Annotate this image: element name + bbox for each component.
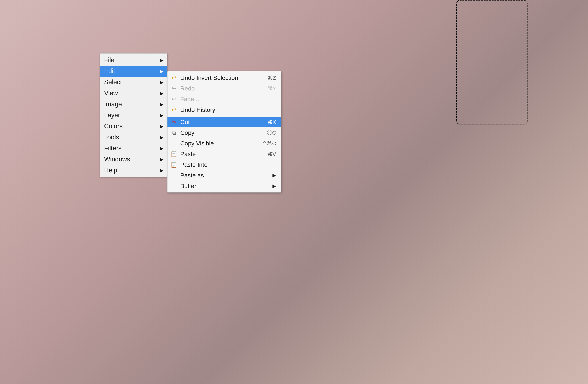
select-arrow-icon: ▶ <box>160 79 164 85</box>
submenu-item-paste-into[interactable]: 📋 Paste Into <box>168 159 281 170</box>
buffer-arrow-icon: ▶ <box>273 183 276 189</box>
paste-as-icon <box>170 172 177 179</box>
copy-visible-shortcut: ⇧⌘C <box>262 140 276 147</box>
fade-icon: ↩ <box>170 96 177 103</box>
menu-item-select-label: Select <box>104 78 122 86</box>
paste-icon: 📋 <box>170 150 177 157</box>
paste-as-arrow-icon: ▶ <box>273 173 276 178</box>
tools-arrow-icon: ▶ <box>160 134 164 140</box>
menu-item-help-label: Help <box>104 167 117 174</box>
layer-arrow-icon: ▶ <box>160 112 164 118</box>
submenu-item-undo-invert[interactable]: ↩ Undo Invert Selection ⌘Z <box>168 72 281 83</box>
cut-shortcut: ⌘X <box>267 119 276 125</box>
menu-item-layer-label: Layer <box>104 112 120 119</box>
buffer-icon <box>170 182 177 190</box>
menu-item-colors-label: Colors <box>104 122 123 130</box>
copy-visible-icon <box>170 140 177 147</box>
menu-item-edit[interactable]: Edit ▶ <box>100 66 167 77</box>
image-arrow-icon: ▶ <box>160 101 164 107</box>
menu-item-file-label: File <box>104 56 114 64</box>
submenu-item-fade[interactable]: ↩ Fade... <box>168 94 281 104</box>
redo-label-area: ↪ Redo <box>170 85 195 92</box>
buffer-label-area: Buffer <box>170 182 196 190</box>
undo-invert-shortcut: ⌘Z <box>268 75 276 81</box>
paste-as-label: Paste as <box>180 172 204 179</box>
redo-label: Redo <box>180 85 195 92</box>
submenu-item-undo-history[interactable]: ↩ Undo History <box>168 104 281 115</box>
redo-icon: ↪ <box>170 85 177 92</box>
filters-arrow-icon: ▶ <box>160 145 164 151</box>
paste-into-label: Paste Into <box>180 161 208 168</box>
menu-item-filters-label: Filters <box>104 145 122 152</box>
submenu-item-cut[interactable]: ✂ Cut ⌘X <box>168 117 281 127</box>
submenu-item-redo[interactable]: ↪ Redo ⌘Y <box>168 83 281 94</box>
left-menu: File ▶ Edit ▶ Select ▶ View ▶ Image ▶ La… <box>100 53 167 177</box>
help-arrow-icon: ▶ <box>160 168 164 173</box>
separator-1 <box>168 116 281 116</box>
copy-label: Copy <box>180 129 194 136</box>
menu-item-layer[interactable]: Layer ▶ <box>100 110 167 121</box>
menu-item-windows-label: Windows <box>104 155 130 163</box>
colors-arrow-icon: ▶ <box>160 123 164 129</box>
scissors-icon: ✂ <box>170 118 177 126</box>
paste-label-area: 📋 Paste <box>170 150 196 157</box>
menu-item-windows[interactable]: Windows ▶ <box>100 154 167 165</box>
copy-label-area: ⧉ Copy <box>170 129 194 136</box>
fade-label: Fade... <box>180 96 199 103</box>
submenu-item-copy-visible[interactable]: Copy Visible ⇧⌘C <box>168 138 281 149</box>
menu-item-select[interactable]: Select ▶ <box>100 77 167 88</box>
buffer-label: Buffer <box>180 183 196 190</box>
paste-into-label-area: 📋 Paste Into <box>170 161 208 168</box>
edit-arrow-icon: ▶ <box>160 68 164 74</box>
menu-item-view[interactable]: View ▶ <box>100 88 167 99</box>
paste-into-icon: 📋 <box>170 161 177 168</box>
copy-visible-label-area: Copy Visible <box>170 140 214 147</box>
menu-item-colors[interactable]: Colors ▶ <box>100 121 167 132</box>
menu-item-image[interactable]: Image ▶ <box>100 99 167 110</box>
undo-history-label-area: ↩ Undo History <box>170 106 215 113</box>
undo-invert-label: Undo Invert Selection <box>180 74 238 81</box>
undo-invert-icon: ↩ <box>170 74 177 81</box>
menu-item-tools-label: Tools <box>104 134 119 141</box>
redo-shortcut: ⌘Y <box>267 85 276 92</box>
menu-item-view-label: View <box>104 89 118 97</box>
fade-label-area: ↩ Fade... <box>170 96 199 103</box>
menu-item-filters[interactable]: Filters ▶ <box>100 143 167 154</box>
menu-item-edit-label: Edit <box>104 67 115 75</box>
paste-as-label-area: Paste as <box>170 172 204 179</box>
undo-invert-label-area: ↩ Undo Invert Selection <box>170 74 238 81</box>
edit-submenu: ↩ Undo Invert Selection ⌘Z ↪ Redo ⌘Y ↩ F… <box>167 71 281 192</box>
submenu-item-buffer[interactable]: Buffer ▶ <box>168 181 281 191</box>
submenu-item-copy[interactable]: ⧉ Copy ⌘C <box>168 127 281 138</box>
menu-item-tools[interactable]: Tools ▶ <box>100 132 167 143</box>
menu-item-file[interactable]: File ▶ <box>100 55 167 66</box>
copy-visible-label: Copy Visible <box>180 140 214 147</box>
menu-container: File ▶ Edit ▶ Select ▶ View ▶ Image ▶ La… <box>100 53 281 192</box>
menu-item-image-label: Image <box>104 100 122 108</box>
windows-arrow-icon: ▶ <box>160 156 164 162</box>
view-arrow-icon: ▶ <box>160 90 164 96</box>
submenu-item-paste[interactable]: 📋 Paste ⌘V <box>168 149 281 159</box>
submenu-item-paste-as[interactable]: Paste as ▶ <box>168 170 281 181</box>
file-arrow-icon: ▶ <box>160 57 164 63</box>
background <box>0 0 588 384</box>
history-icon: ↩ <box>170 106 177 113</box>
paste-label: Paste <box>180 151 196 157</box>
cut-label: Cut <box>180 118 190 126</box>
paste-shortcut: ⌘V <box>267 151 276 157</box>
undo-history-label: Undo History <box>180 106 215 113</box>
menu-item-help[interactable]: Help ▶ <box>100 165 167 176</box>
copy-icon: ⧉ <box>170 129 177 136</box>
copy-shortcut: ⌘C <box>267 130 276 136</box>
cut-label-area: ✂ Cut <box>170 118 190 126</box>
